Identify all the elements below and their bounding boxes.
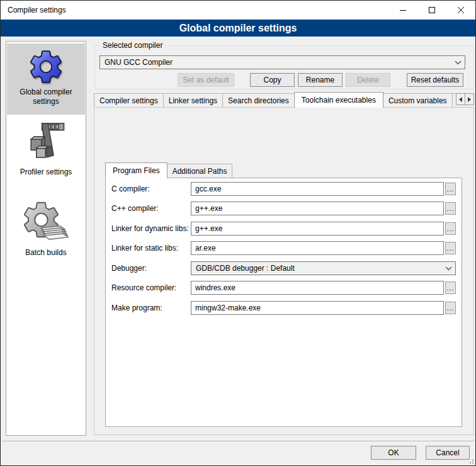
cpp-compiler-input[interactable] [191, 202, 444, 215]
dynamic-linker-row: Linker for dynamic libs: ... [106, 222, 462, 236]
tab-custom-variables[interactable]: Custom variables [383, 93, 453, 107]
sidebar-item-profiler-settings[interactable]: Profiler settings [7, 118, 85, 185]
dynamic-linker-browse-button[interactable]: ... [445, 222, 456, 235]
cancel-button[interactable]: Cancel [426, 446, 470, 460]
dialog-banner: Global compiler settings [1, 20, 475, 37]
footer-separator [1, 441, 475, 442]
grip-dot [472, 460, 473, 461]
maximize-button[interactable] [417, 1, 446, 19]
tab-additional-paths[interactable]: Additional Paths [167, 164, 233, 178]
delete-button[interactable]: Delete [346, 73, 390, 87]
cpp-compiler-label: C++ compiler: [111, 202, 159, 215]
program-files-tabs: Program Files Additional Paths [105, 162, 462, 178]
compiler-select[interactable]: GNU GCC Compiler [99, 55, 465, 69]
grip-dot [470, 462, 471, 463]
static-linker-label: Linker for static libs: [111, 241, 178, 255]
resource-compiler-input[interactable] [191, 281, 444, 295]
dynamic-linker-input[interactable] [191, 222, 444, 236]
window-controls [388, 1, 475, 19]
make-program-input[interactable] [191, 301, 444, 315]
dynamic-linker-label: Linker for dynamic libs: [111, 222, 189, 236]
compiler-select-value: GNU GCC Compiler [100, 58, 451, 67]
cpp-compiler-row: C++ compiler: ... [106, 202, 462, 215]
debugger-select[interactable]: GDB/CDB debugger : Default [191, 261, 456, 275]
compiler-settings-tabs: Compiler settings Linker settings Search… [94, 92, 474, 108]
title-bar[interactable]: Compiler settings [1, 1, 475, 20]
reset-defaults-button[interactable]: Reset defaults [407, 73, 463, 87]
tab-linker-settings[interactable]: Linker settings [163, 93, 223, 107]
chevron-down-icon [451, 60, 465, 65]
program-files-page: C compiler: ... C++ compiler: ... Linker… [105, 178, 462, 427]
tab-scroller [456, 93, 474, 105]
minimize-icon [400, 7, 406, 13]
sidebar-item-batch-builds[interactable]: Batch builds [7, 200, 85, 263]
tab-scroll-left-button[interactable] [456, 93, 465, 105]
sidebar-item-label: Profiler settings [20, 168, 72, 177]
resource-compiler-browse-button[interactable]: ... [445, 281, 456, 294]
tab-search-directories[interactable]: Search directories [222, 93, 295, 107]
minimize-button[interactable] [388, 1, 417, 19]
dialog-banner-title: Global compiler settings [1, 20, 475, 37]
tab-program-files[interactable]: Program Files [105, 162, 167, 178]
sidebar-item-label: Batch builds [25, 248, 66, 258]
close-icon [458, 7, 464, 13]
window-title: Compiler settings [8, 1, 66, 20]
sidebar-item-label: Global compiler settings [11, 88, 81, 106]
c-compiler-label: C compiler: [111, 182, 150, 196]
static-linker-browse-button[interactable]: ... [445, 242, 456, 254]
make-program-label: Make program: [111, 301, 162, 315]
rename-button[interactable]: Rename [298, 73, 343, 87]
chevron-down-icon [441, 266, 455, 271]
tab-scroll-right-button[interactable] [465, 93, 474, 105]
close-button[interactable] [446, 1, 475, 19]
set-as-default-button[interactable]: Set as default [178, 73, 234, 87]
c-compiler-browse-button[interactable]: ... [445, 183, 456, 195]
tab-compiler-settings[interactable]: Compiler settings [94, 93, 164, 107]
static-linker-input[interactable] [191, 241, 444, 255]
make-program-browse-button[interactable]: ... [445, 302, 456, 314]
arrow-right-icon [468, 97, 471, 102]
maximize-icon [429, 7, 435, 13]
debugger-select-value: GDB/CDB debugger : Default [191, 264, 441, 273]
tab-toolchain-executables[interactable]: Toolchain executables [294, 92, 383, 108]
resize-grip[interactable] [468, 458, 473, 463]
grip-dot [472, 462, 473, 463]
selected-compiler-group-label: Selected compiler [100, 41, 165, 50]
blue-gear-icon [26, 47, 65, 86]
static-linker-row: Linker for static libs: ... [106, 241, 462, 255]
debugger-label: Debugger: [111, 261, 147, 275]
profiler-caliper-icon [22, 118, 70, 166]
sidebar-item-global-compiler-settings[interactable]: Global compiler settings [7, 43, 85, 115]
arrow-left-icon [459, 97, 462, 102]
make-program-row: Make program: ... [106, 301, 462, 315]
batch-builds-icon [23, 200, 69, 247]
cpp-compiler-browse-button[interactable]: ... [445, 202, 456, 215]
debugger-row: Debugger: GDB/CDB debugger : Default [106, 261, 462, 275]
c-compiler-row: C compiler: ... [106, 182, 462, 196]
copy-button[interactable]: Copy [250, 73, 295, 87]
resource-compiler-label: Resource compiler: [111, 281, 176, 295]
ok-button[interactable]: OK [371, 446, 416, 460]
c-compiler-input[interactable] [191, 182, 444, 196]
resource-compiler-row: Resource compiler: ... [106, 281, 462, 295]
compiler-settings-dialog: Compiler settings Global compiler settin… [0, 0, 476, 466]
settings-category-list: Global compiler settings [6, 41, 86, 436]
